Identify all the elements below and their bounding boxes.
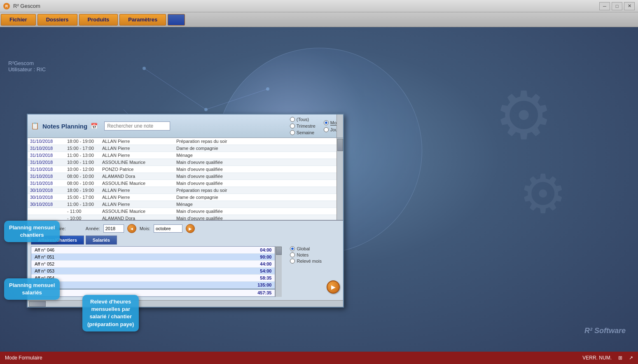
annee-label: Année: <box>86 226 100 231</box>
menu-parametres[interactable]: Paramètres <box>119 14 166 26</box>
table-row[interactable]: 31/10/2018 08:00 - 10:00 ASSOULINE Mauri… <box>28 180 343 187</box>
status-bar: Mode Formulaire VERR. NUM. ⊞ ↗ <box>0 352 638 364</box>
table-area: 31/10/2018 18:00 - 19:00 ALLAN Pierre Pr… <box>28 138 343 220</box>
mois-next-button[interactable]: ▶ <box>186 224 195 233</box>
chantier-scroll-thumb[interactable] <box>276 247 282 255</box>
gear-icon-1: ⚙ <box>494 79 553 152</box>
chantier-table: Aff n° 046 04:00 Aff n° 051 90:00 Aff n°… <box>31 246 275 297</box>
radio-releve-circle[interactable] <box>290 259 295 264</box>
table-row[interactable]: 31/10/2018 11:00 - 13:00 ALLAN Pierre Mé… <box>28 152 343 159</box>
background-area: ⚙ ⚙ R²Gescom Utilisateur : RIC 📋 Notes P… <box>0 27 638 352</box>
app-name: R²Gescom <box>8 60 46 66</box>
svg-point-4 <box>143 67 146 70</box>
minimize-button[interactable]: ─ <box>599 2 610 10</box>
left-panel: Affaires/Chantiers Salariés Aff n° 046 0… <box>31 236 322 297</box>
scroll-thumb[interactable] <box>337 139 343 151</box>
radio-jour[interactable] <box>324 127 329 132</box>
mois-label: Mois: <box>140 226 150 231</box>
annee-input[interactable] <box>103 224 124 233</box>
menu-fichier[interactable]: Fichier <box>1 14 36 26</box>
menu-dossiers[interactable]: Dossiers <box>37 14 77 26</box>
search-box <box>104 121 170 131</box>
title-bar-controls: ─ □ ✕ <box>599 2 635 10</box>
gear-icon-2: ⚙ <box>519 164 567 224</box>
tooltip-planning-chantiers: Planning mensuelchantiers <box>4 221 60 242</box>
status-icon-grid: ⊞ <box>618 355 622 361</box>
chantier-row[interactable]: Aff n° 055 135:00 <box>31 282 275 289</box>
filter-group: (Tous) Trimestre Semaine Mois <box>290 117 340 135</box>
annee-prev-button[interactable]: ◄ <box>127 224 136 233</box>
window-title: R² Gescom <box>13 3 40 9</box>
tooltip-planning-salaries: Planning mensuelsalariés <box>4 278 60 300</box>
filter-trimestre[interactable]: Trimestre <box>290 124 315 128</box>
filter-semaine[interactable]: Semaine <box>290 130 315 135</box>
radio-releve[interactable]: Relevé mois <box>290 259 322 264</box>
bottom-panel: Chantier / Affaire: Année: ◄ Mois: ▶ Aff… <box>28 220 343 300</box>
chantier-row[interactable]: Aff n° 052 44:00 <box>31 261 275 268</box>
radio-global-circle[interactable] <box>290 246 295 251</box>
title-bar: R R² Gescom ─ □ ✕ <box>0 0 638 12</box>
status-right: VERR. NUM. ⊞ ↗ <box>582 355 633 361</box>
calendar-icon: 📅 <box>91 123 98 129</box>
table-row[interactable]: 31/10/2018 10:00 - 12:00 PONZO Patrice M… <box>28 166 343 173</box>
radio-mois[interactable] <box>324 120 329 125</box>
status-mode: Mode Formulaire <box>5 355 42 361</box>
header-scrollbar <box>337 114 343 138</box>
table-row[interactable]: 30/10/2018 15:00 - 17:00 ALLAN Pierre Da… <box>28 194 343 201</box>
table-row[interactable]: - 11:00 ASSOULINE Maurice Main d'oeuvre … <box>28 208 343 215</box>
radio-trimestre[interactable] <box>290 124 295 128</box>
dialog-title: Notes Planning <box>42 123 87 130</box>
app-icon: R <box>3 3 10 9</box>
radio-tous[interactable] <box>290 117 295 122</box>
status-verrnum: VERR. NUM. <box>582 355 612 361</box>
status-icon-arrow: ↗ <box>629 355 633 361</box>
table-row[interactable]: 31/10/2018 10:00 - 11:00 ASSOULINE Mauri… <box>28 159 343 166</box>
chantier-scrollbar[interactable] <box>275 246 282 297</box>
chantier-row[interactable]: Aff n° 051 90:00 <box>31 254 275 261</box>
svg-point-5 <box>204 108 208 111</box>
tooltip-releve-heures: Relevé d'heuresmensuelles parsalarié / c… <box>82 295 139 331</box>
radio-notes-circle[interactable] <box>290 252 295 257</box>
tab-salaries[interactable]: Salariés <box>86 236 117 245</box>
close-button[interactable]: ✕ <box>624 2 635 10</box>
h-scroll-thumb[interactable] <box>29 301 46 307</box>
chantier-panel: Aff n° 046 04:00 Aff n° 051 90:00 Aff n°… <box>31 246 275 297</box>
table-row[interactable]: 31/10/2018 15:00 - 17:00 ALLAN Pierre Da… <box>28 145 343 152</box>
search-input[interactable] <box>104 121 170 131</box>
menu-produits[interactable]: Produits <box>79 14 118 26</box>
bottom-radio-group: Global Notes Relevé mois <box>290 246 322 297</box>
table-row[interactable]: - 10:00 ALAMAND Dora Main d'oeuvre quali… <box>28 215 343 220</box>
filter-row: Chantier / Affaire: Année: ◄ Mois: ▶ <box>31 224 340 233</box>
radio-semaine[interactable] <box>290 130 295 135</box>
restore-button[interactable]: □ <box>612 2 622 10</box>
app-info: R²Gescom Utilisateur : RIC <box>8 60 46 72</box>
title-bar-left: R R² Gescom <box>3 3 40 9</box>
table-scrollbar[interactable] <box>337 138 343 220</box>
chantier-row[interactable]: Aff n° 054 58:35 <box>31 275 275 282</box>
tab-row: Affaires/Chantiers Salariés <box>31 236 322 245</box>
dialog-icon: 📋 <box>31 122 39 130</box>
chantier-total-row: 457:35 <box>31 289 275 296</box>
menu-extra[interactable] <box>168 14 185 26</box>
table-row[interactable]: 31/10/2018 08:00 - 10:00 ALAMAND Dora Ma… <box>28 173 343 180</box>
content-row: Aff n° 046 04:00 Aff n° 051 90:00 Aff n°… <box>31 246 322 297</box>
dialog-header: 📋 Notes Planning 📅 (Tous) Trimestre <box>28 114 343 138</box>
table-row[interactable]: 31/10/2018 18:00 - 19:00 ALLAN Pierre Pr… <box>28 138 343 145</box>
main-dialog: 📋 Notes Planning 📅 (Tous) Trimestre <box>27 114 344 308</box>
orange-btn-container: ▶ <box>327 236 340 297</box>
table-row[interactable]: 30/10/2018 18:00 - 19:00 ALLAN Pierre Pr… <box>28 187 343 194</box>
radio-notes[interactable]: Notes <box>290 252 322 257</box>
radio-global[interactable]: Global <box>290 246 322 251</box>
chantier-row[interactable]: Aff n° 046 04:00 <box>31 247 275 254</box>
filter-tous[interactable]: (Tous) <box>290 117 315 122</box>
action-button[interactable]: ▶ <box>327 280 340 294</box>
bottom-scrollbar[interactable] <box>28 300 343 307</box>
menu-bar: Fichier Dossiers Produits Paramètres <box>0 12 638 27</box>
table-row[interactable]: 30/10/2018 11:00 - 13:00 ALLAN Pierre Mé… <box>28 201 343 208</box>
mois-input[interactable] <box>154 224 182 233</box>
logo-bottom-right: R² Software <box>584 327 626 335</box>
chantier-row[interactable]: Aff n° 053 54:00 <box>31 268 275 275</box>
app-user: Utilisateur : RIC <box>8 66 46 72</box>
bottom-main: Affaires/Chantiers Salariés Aff n° 046 0… <box>31 236 340 297</box>
svg-line-0 <box>144 68 206 110</box>
